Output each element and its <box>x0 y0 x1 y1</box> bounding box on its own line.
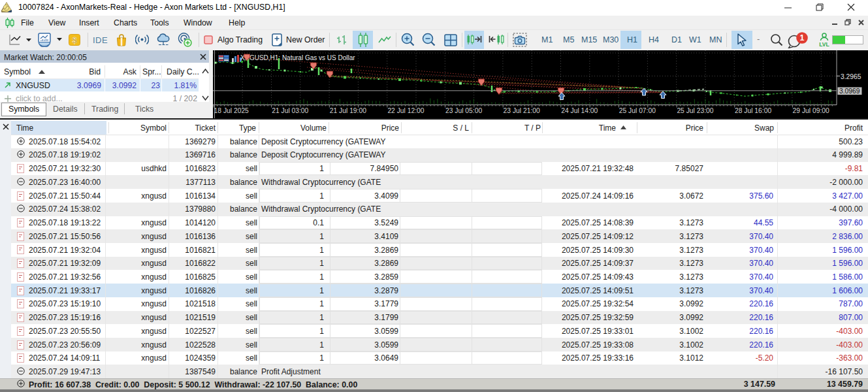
svg-text:29 Jul 09:00: 29 Jul 09:00 <box>793 107 829 114</box>
svg-text:LVL: LVL <box>819 41 829 48</box>
svg-text:22 Jul 12:00: 22 Jul 12:00 <box>387 107 424 114</box>
svg-text:1: 1 <box>800 33 805 42</box>
svg-text:24 Jul 14:00: 24 Jul 14:00 <box>561 107 598 114</box>
svg-text:XNGUSD,H1: Natural Gas vs US: XNGUSD,H1: Natural Gas vs US Dollar <box>240 54 355 61</box>
svg-text:21 Jul 19:00: 21 Jul 19:00 <box>330 107 366 114</box>
svg-text:28 Jul 16:00: 28 Jul 16:00 <box>735 107 771 114</box>
svg-text:18 Jul 2025: 18 Jul 2025 <box>214 107 249 114</box>
svg-text:25 Jul 07:00: 25 Jul 07:00 <box>619 107 656 114</box>
svg-text:3.2965: 3.2965 <box>841 73 861 80</box>
svg-text:21 Jul 03:00: 21 Jul 03:00 <box>272 107 308 114</box>
svg-text:23 Jul 05:00: 23 Jul 05:00 <box>445 107 482 114</box>
svg-text:3.0969: 3.0969 <box>839 88 860 95</box>
svg-text:25 Jul 23:00: 25 Jul 23:00 <box>677 107 713 114</box>
svg-text:$: $ <box>72 35 77 45</box>
svg-text:23 Jul 21:00: 23 Jul 21:00 <box>504 107 540 114</box>
